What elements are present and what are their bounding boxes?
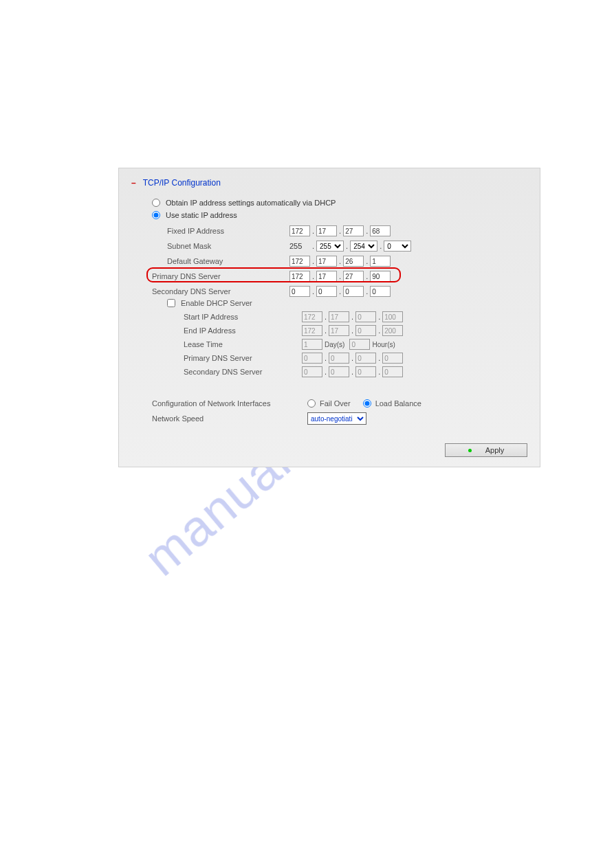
subnet-label: Subnet Mask — [152, 242, 289, 250]
dhcp-dns1-row: Primary DNS Server . . . — [184, 351, 527, 365]
section-title: TCP/IP Configuration — [143, 178, 221, 188]
radio-static-label: Use static IP address — [166, 211, 237, 219]
subnet-o2[interactable]: 255 — [316, 241, 344, 252]
lease-label: Lease Time — [184, 340, 302, 348]
dot-sep: . — [380, 242, 382, 250]
dhcp-dns1-o1 — [302, 353, 322, 364]
section-header: – TCP/IP Configuration — [131, 178, 527, 188]
radio-loadbalance-label: Load Balance — [375, 399, 421, 408]
dot-sep: . — [366, 272, 368, 280]
start-ip-o1 — [302, 311, 322, 322]
primary-dns-label: Primary DNS Server — [152, 272, 289, 280]
tcpip-panel: – TCP/IP Configuration Obtain IP address… — [118, 168, 540, 467]
fixed-ip-o3[interactable] — [343, 225, 364, 236]
dot-sep: . — [366, 227, 368, 235]
gateway-o4[interactable] — [370, 256, 391, 267]
dot-sep: . — [312, 287, 314, 296]
subnet-o3[interactable]: 254 — [350, 241, 377, 252]
dhcp-dns1-o4 — [382, 353, 403, 364]
secondary-dns-label: Secondary DNS Server — [152, 287, 289, 296]
dhcp-dns1-o2 — [329, 353, 349, 364]
gateway-o1[interactable] — [289, 256, 310, 267]
gateway-row: Default Gateway . . . — [152, 254, 527, 269]
primary-dns-o4[interactable] — [370, 271, 391, 282]
dot-sep: . — [339, 287, 341, 296]
dot-sep: . — [378, 354, 380, 362]
end-ip-row: End IP Address . . . — [184, 324, 527, 337]
subnet-o4[interactable]: 0 — [384, 241, 411, 252]
secondary-dns-o2[interactable] — [316, 286, 337, 297]
dhcp-dns2-label: Secondary DNS Server — [184, 368, 302, 376]
radio-dhcp[interactable] — [152, 199, 160, 207]
dot-sep: . — [351, 313, 353, 321]
start-ip-o2 — [329, 311, 349, 322]
collapse-icon[interactable]: – — [131, 178, 136, 188]
dot-sep: . — [312, 227, 314, 235]
lease-hours — [349, 339, 370, 350]
dhcp-dns2-o1 — [302, 366, 322, 377]
radio-dhcp-row: Obtain IP address settings automatically… — [152, 199, 527, 207]
gateway-o3[interactable] — [343, 256, 364, 267]
radio-loadbalance[interactable] — [363, 399, 371, 408]
form-body: Obtain IP address settings automatically… — [131, 199, 527, 427]
dhcp-dns2-row: Secondary DNS Server . . . — [184, 365, 527, 379]
start-ip-o4 — [382, 311, 403, 322]
secondary-dns-o1[interactable] — [289, 286, 310, 297]
dot-sep: . — [351, 354, 353, 362]
enable-dhcp-label: Enable DHCP Server — [181, 299, 252, 307]
primary-dns-row: Primary DNS Server . . . — [152, 269, 527, 284]
net-if-row: Configuration of Network Interfaces Fail… — [152, 397, 527, 410]
secondary-dns-row: Secondary DNS Server . . . — [152, 284, 527, 299]
dot-sep: . — [325, 313, 327, 321]
radio-failover-label: Fail Over — [320, 399, 351, 408]
apply-button[interactable]: Apply — [445, 443, 527, 457]
dot-sep: . — [312, 272, 314, 280]
dot-sep: . — [378, 326, 380, 335]
primary-dns-o2[interactable] — [316, 271, 337, 282]
dhcp-dns2-o2 — [329, 366, 349, 377]
net-speed-select[interactable]: auto-negotiati — [307, 412, 366, 425]
primary-dns-o1[interactable] — [289, 271, 310, 282]
end-ip-o4 — [382, 325, 403, 336]
gateway-label: Default Gateway — [152, 257, 289, 265]
primary-dns-o3[interactable] — [343, 271, 364, 282]
radio-static-row: Use static IP address — [152, 211, 527, 219]
dot-sep: . — [325, 354, 327, 362]
enable-dhcp-checkbox[interactable] — [167, 299, 175, 307]
fixed-ip-o1[interactable] — [289, 225, 310, 236]
radio-static[interactable] — [152, 211, 160, 219]
start-ip-o3 — [355, 311, 376, 322]
end-ip-o3 — [355, 325, 376, 336]
start-ip-row: Start IP Address . . . — [184, 310, 527, 324]
dot-sep: . — [339, 257, 341, 265]
fixed-ip-row: Fixed IP Address . . . — [152, 223, 527, 238]
dot-sep: . — [325, 368, 327, 376]
secondary-dns-o4[interactable] — [370, 286, 391, 297]
dot-sep: . — [339, 227, 341, 235]
radio-failover[interactable] — [307, 399, 316, 408]
apply-button-label: Apply — [485, 446, 505, 454]
lease-days — [302, 339, 322, 350]
fixed-ip-o2[interactable] — [316, 225, 337, 236]
secondary-dns-o3[interactable] — [343, 286, 364, 297]
net-speed-label: Network Speed — [152, 414, 307, 423]
dhcp-section: Start IP Address . . . End IP Address — [152, 310, 527, 379]
fixed-ip-label: Fixed IP Address — [152, 227, 289, 235]
fixed-ip-o4[interactable] — [370, 225, 391, 236]
dot-sep: . — [378, 313, 380, 321]
enable-dhcp-row: Enable DHCP Server — [152, 299, 527, 307]
dot-sep: . — [312, 257, 314, 265]
dot-sep: . — [339, 272, 341, 280]
gateway-o2[interactable] — [316, 256, 337, 267]
lease-days-unit: Day(s) — [325, 341, 344, 348]
net-speed-row: Network Speed auto-negotiati — [152, 410, 527, 427]
subnet-row: Subnet Mask 255 . 255 . 254 . 0 — [152, 238, 527, 254]
dot-sep: . — [366, 257, 368, 265]
dot-sep: . — [312, 242, 314, 250]
dot-sep: . — [325, 326, 327, 335]
lease-row: Lease Time Day(s) Hour(s) — [184, 337, 527, 351]
dhcp-dns1-label: Primary DNS Server — [184, 354, 302, 362]
lease-hours-unit: Hour(s) — [372, 341, 395, 348]
radio-dhcp-label: Obtain IP address settings automatically… — [166, 199, 336, 207]
end-ip-o2 — [329, 325, 349, 336]
